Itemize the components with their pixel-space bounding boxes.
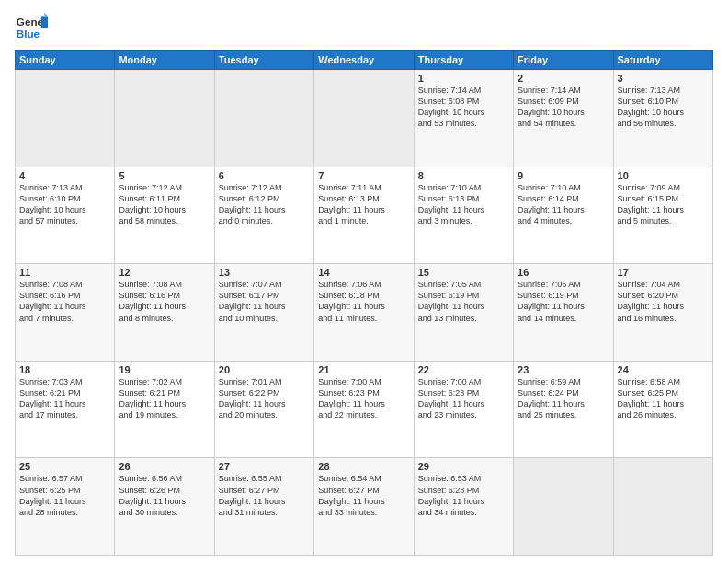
day-number: 27 (219, 461, 310, 472)
calendar-week-row: 18Sunrise: 7:03 AM Sunset: 6:21 PM Dayli… (16, 361, 713, 458)
svg-marker-3 (44, 13, 48, 17)
calendar-week-row: 11Sunrise: 7:08 AM Sunset: 6:16 PM Dayli… (16, 264, 713, 362)
day-info: Sunrise: 7:12 AM Sunset: 6:12 PM Dayligh… (219, 182, 310, 227)
calendar-cell: 7Sunrise: 7:11 AM Sunset: 6:13 PM Daylig… (314, 167, 414, 264)
day-number: 22 (418, 364, 509, 375)
day-info: Sunrise: 7:12 AM Sunset: 6:11 PM Dayligh… (119, 182, 210, 227)
day-info: Sunrise: 7:03 AM Sunset: 6:21 PM Dayligh… (19, 376, 110, 421)
calendar-cell: 12Sunrise: 7:08 AM Sunset: 6:16 PM Dayli… (115, 264, 214, 362)
weekday-header: Tuesday (214, 51, 313, 70)
calendar-cell: 27Sunrise: 6:55 AM Sunset: 6:27 PM Dayli… (214, 458, 313, 556)
weekday-header: Monday (115, 51, 214, 70)
calendar-cell: 9Sunrise: 7:10 AM Sunset: 6:14 PM Daylig… (514, 167, 613, 264)
calendar-cell: 20Sunrise: 7:01 AM Sunset: 6:22 PM Dayli… (214, 361, 313, 458)
day-number: 6 (219, 170, 310, 181)
calendar-cell: 1Sunrise: 7:14 AM Sunset: 6:08 PM Daylig… (414, 70, 513, 167)
day-info: Sunrise: 7:04 AM Sunset: 6:20 PM Dayligh… (618, 279, 709, 324)
calendar-cell: 29Sunrise: 6:53 AM Sunset: 6:28 PM Dayli… (414, 458, 513, 556)
calendar-cell: 19Sunrise: 7:02 AM Sunset: 6:21 PM Dayli… (115, 361, 214, 458)
calendar-cell: 18Sunrise: 7:03 AM Sunset: 6:21 PM Dayli… (16, 361, 115, 458)
svg-text:Blue: Blue (17, 28, 40, 40)
calendar-cell: 21Sunrise: 7:00 AM Sunset: 6:23 PM Dayli… (314, 361, 414, 458)
calendar-week-row: 25Sunrise: 6:57 AM Sunset: 6:25 PM Dayli… (16, 458, 713, 556)
day-number: 2 (518, 73, 609, 84)
calendar-cell: 4Sunrise: 7:13 AM Sunset: 6:10 PM Daylig… (16, 167, 115, 264)
calendar-cell: 8Sunrise: 7:10 AM Sunset: 6:13 PM Daylig… (414, 167, 513, 264)
calendar-cell: 6Sunrise: 7:12 AM Sunset: 6:12 PM Daylig… (214, 167, 313, 264)
day-number: 9 (518, 170, 609, 181)
day-info: Sunrise: 7:14 AM Sunset: 6:09 PM Dayligh… (518, 85, 609, 130)
day-number: 3 (618, 73, 709, 84)
day-info: Sunrise: 6:57 AM Sunset: 6:25 PM Dayligh… (19, 473, 110, 518)
day-number: 25 (19, 461, 110, 472)
day-info: Sunrise: 7:10 AM Sunset: 6:13 PM Dayligh… (418, 182, 509, 227)
calendar-cell: 23Sunrise: 6:59 AM Sunset: 6:24 PM Dayli… (514, 361, 613, 458)
day-number: 1 (418, 73, 509, 84)
day-info: Sunrise: 6:58 AM Sunset: 6:25 PM Dayligh… (618, 376, 709, 421)
day-number: 17 (618, 267, 709, 278)
calendar-cell (314, 70, 414, 167)
day-number: 7 (318, 170, 409, 181)
day-info: Sunrise: 7:14 AM Sunset: 6:08 PM Dayligh… (418, 85, 509, 130)
day-info: Sunrise: 7:08 AM Sunset: 6:16 PM Dayligh… (119, 279, 210, 324)
day-number: 26 (119, 461, 210, 472)
calendar-week-row: 4Sunrise: 7:13 AM Sunset: 6:10 PM Daylig… (16, 167, 713, 264)
day-info: Sunrise: 6:59 AM Sunset: 6:24 PM Dayligh… (518, 376, 609, 421)
day-info: Sunrise: 7:10 AM Sunset: 6:14 PM Dayligh… (518, 182, 609, 227)
calendar-table: SundayMondayTuesdayWednesdayThursdayFrid… (15, 50, 713, 556)
calendar-cell: 16Sunrise: 7:05 AM Sunset: 6:19 PM Dayli… (514, 264, 613, 362)
day-info: Sunrise: 7:01 AM Sunset: 6:22 PM Dayligh… (219, 376, 310, 421)
weekday-header: Thursday (414, 51, 513, 70)
day-number: 4 (19, 170, 110, 181)
calendar-cell (613, 458, 712, 556)
day-number: 14 (318, 267, 409, 278)
calendar-cell: 2Sunrise: 7:14 AM Sunset: 6:09 PM Daylig… (514, 70, 613, 167)
day-info: Sunrise: 6:54 AM Sunset: 6:27 PM Dayligh… (318, 473, 409, 518)
day-number: 13 (219, 267, 310, 278)
calendar-cell: 22Sunrise: 7:00 AM Sunset: 6:23 PM Dayli… (414, 361, 513, 458)
logo-icon: General Blue (15, 11, 48, 44)
day-number: 28 (318, 461, 409, 472)
day-number: 8 (418, 170, 509, 181)
day-number: 15 (418, 267, 509, 278)
calendar-cell: 13Sunrise: 7:07 AM Sunset: 6:17 PM Dayli… (214, 264, 313, 362)
page: General Blue SundayMondayTuesdayWednesda… (0, 0, 728, 563)
calendar-cell: 3Sunrise: 7:13 AM Sunset: 6:10 PM Daylig… (613, 70, 712, 167)
weekday-header: Sunday (16, 51, 115, 70)
weekday-header: Saturday (613, 51, 712, 70)
calendar-cell: 14Sunrise: 7:06 AM Sunset: 6:18 PM Dayli… (314, 264, 414, 362)
calendar-cell: 11Sunrise: 7:08 AM Sunset: 6:16 PM Dayli… (16, 264, 115, 362)
day-number: 16 (518, 267, 609, 278)
weekday-header-row: SundayMondayTuesdayWednesdayThursdayFrid… (16, 51, 713, 70)
day-info: Sunrise: 7:05 AM Sunset: 6:19 PM Dayligh… (418, 279, 509, 324)
day-info: Sunrise: 7:11 AM Sunset: 6:13 PM Dayligh… (318, 182, 409, 227)
header: General Blue (15, 11, 713, 44)
calendar-cell: 10Sunrise: 7:09 AM Sunset: 6:15 PM Dayli… (613, 167, 712, 264)
day-info: Sunrise: 7:08 AM Sunset: 6:16 PM Dayligh… (19, 279, 110, 324)
day-info: Sunrise: 7:13 AM Sunset: 6:10 PM Dayligh… (618, 85, 709, 130)
day-info: Sunrise: 6:55 AM Sunset: 6:27 PM Dayligh… (219, 473, 310, 518)
calendar-cell: 5Sunrise: 7:12 AM Sunset: 6:11 PM Daylig… (115, 167, 214, 264)
day-number: 5 (119, 170, 210, 181)
calendar-cell: 25Sunrise: 6:57 AM Sunset: 6:25 PM Dayli… (16, 458, 115, 556)
day-number: 24 (618, 364, 709, 375)
day-info: Sunrise: 7:00 AM Sunset: 6:23 PM Dayligh… (418, 376, 509, 421)
day-info: Sunrise: 7:00 AM Sunset: 6:23 PM Dayligh… (318, 376, 409, 421)
calendar-cell (115, 70, 214, 167)
calendar-cell: 17Sunrise: 7:04 AM Sunset: 6:20 PM Dayli… (613, 264, 712, 362)
day-info: Sunrise: 7:06 AM Sunset: 6:18 PM Dayligh… (318, 279, 409, 324)
calendar-cell (514, 458, 613, 556)
svg-marker-2 (41, 16, 48, 28)
day-number: 12 (119, 267, 210, 278)
day-info: Sunrise: 7:02 AM Sunset: 6:21 PM Dayligh… (119, 376, 210, 421)
day-number: 11 (19, 267, 110, 278)
calendar-cell: 26Sunrise: 6:56 AM Sunset: 6:26 PM Dayli… (115, 458, 214, 556)
weekday-header: Wednesday (314, 51, 414, 70)
day-number: 23 (518, 364, 609, 375)
calendar-cell: 24Sunrise: 6:58 AM Sunset: 6:25 PM Dayli… (613, 361, 712, 458)
day-info: Sunrise: 7:07 AM Sunset: 6:17 PM Dayligh… (219, 279, 310, 324)
day-number: 20 (219, 364, 310, 375)
calendar-cell (16, 70, 115, 167)
day-number: 21 (318, 364, 409, 375)
day-info: Sunrise: 7:05 AM Sunset: 6:19 PM Dayligh… (518, 279, 609, 324)
